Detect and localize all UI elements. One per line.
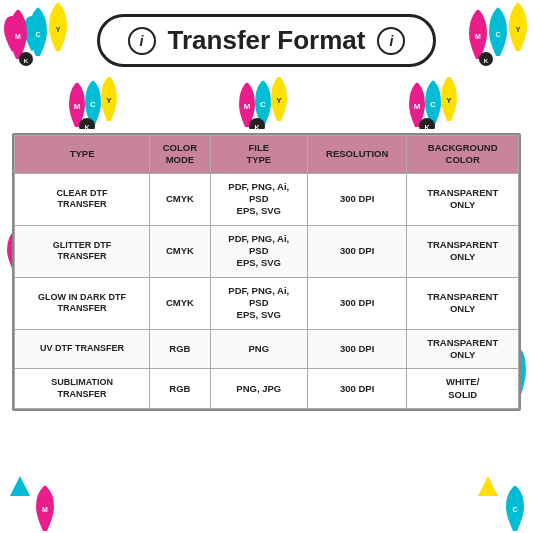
table-row: GLITTER DTFTRANSFER CMYK PDF, PNG, Ai,PS…	[15, 225, 519, 277]
main-content: i Transfer Format i M C Y K M C Y K	[0, 0, 533, 533]
cell-color-mode-3: CMYK	[150, 277, 210, 329]
svg-text:M: M	[413, 102, 420, 111]
table-row: SUBLIMATIONTRANSFER RGB PNG, JPG 300 DPI…	[15, 369, 519, 409]
drops-right: M C Y K	[409, 77, 464, 129]
cell-file-type-2: PDF, PNG, Ai,PSDEPS, SVG	[210, 225, 307, 277]
cell-file-type-1: PDF, PNG, Ai,PSDEPS, SVG	[210, 173, 307, 225]
drops-left: M C Y K	[69, 77, 124, 129]
table-header-row: TYPE COLORMODE FILETYPE RESOLUTION BACKG…	[15, 136, 519, 174]
cell-color-mode-2: CMYK	[150, 225, 210, 277]
col-header-color-mode: COLORMODE	[150, 136, 210, 174]
svg-text:C: C	[430, 100, 436, 109]
cell-resolution-2: 300 DPI	[308, 225, 407, 277]
cell-bg-color-4: TRANSPARENTONLY	[407, 329, 519, 369]
title-box: i Transfer Format i	[97, 14, 437, 67]
data-table: TYPE COLORMODE FILETYPE RESOLUTION BACKG…	[14, 135, 519, 409]
cell-color-mode-4: RGB	[150, 329, 210, 369]
info-icon-left: i	[128, 27, 156, 55]
cell-type-3: GLOW IN DARK DTFTRANSFER	[15, 277, 150, 329]
info-icon-right: i	[377, 27, 405, 55]
cell-file-type-5: PNG, JPG	[210, 369, 307, 409]
decoration-drops-row: M C Y K M C Y K M C Y K	[12, 77, 521, 129]
cell-bg-color-3: TRANSPARENTONLY	[407, 277, 519, 329]
svg-text:Y: Y	[276, 96, 282, 105]
cell-bg-color-1: TRANSPARENTONLY	[407, 173, 519, 225]
svg-text:K: K	[424, 124, 429, 129]
cell-file-type-3: PDF, PNG, Ai,PSDEPS, SVG	[210, 277, 307, 329]
col-header-type: TYPE	[15, 136, 150, 174]
svg-text:Y: Y	[107, 96, 113, 105]
cell-file-type-4: PNG	[210, 329, 307, 369]
cell-resolution-1: 300 DPI	[308, 173, 407, 225]
table-row: UV DTF TRANSFER RGB PNG 300 DPI TRANSPAR…	[15, 329, 519, 369]
col-header-file-type: FILETYPE	[210, 136, 307, 174]
cell-type-2: GLITTER DTFTRANSFER	[15, 225, 150, 277]
cell-resolution-4: 300 DPI	[308, 329, 407, 369]
cell-bg-color-2: TRANSPARENTONLY	[407, 225, 519, 277]
svg-text:K: K	[85, 124, 90, 129]
cell-type-1: CLEAR DTFTRANSFER	[15, 173, 150, 225]
cell-resolution-3: 300 DPI	[308, 277, 407, 329]
cell-type-5: SUBLIMATIONTRANSFER	[15, 369, 150, 409]
drops-center: M C Y K	[239, 77, 294, 129]
table-row: GLOW IN DARK DTFTRANSFER CMYK PDF, PNG, …	[15, 277, 519, 329]
svg-text:C: C	[260, 100, 266, 109]
col-header-resolution: RESOLUTION	[308, 136, 407, 174]
cell-bg-color-5: WHITE/SOLID	[407, 369, 519, 409]
page-title: Transfer Format	[168, 25, 366, 56]
cell-color-mode-5: RGB	[150, 369, 210, 409]
svg-text:M: M	[74, 102, 81, 111]
col-header-background-color: BACKGROUNDCOLOR	[407, 136, 519, 174]
cell-type-4: UV DTF TRANSFER	[15, 329, 150, 369]
transfer-format-table: TYPE COLORMODE FILETYPE RESOLUTION BACKG…	[12, 133, 521, 411]
svg-text:C: C	[90, 100, 96, 109]
svg-text:Y: Y	[446, 96, 452, 105]
table-row: CLEAR DTFTRANSFER CMYK PDF, PNG, Ai,PSDE…	[15, 173, 519, 225]
svg-text:M: M	[244, 102, 251, 111]
cell-resolution-5: 300 DPI	[308, 369, 407, 409]
cell-color-mode-1: CMYK	[150, 173, 210, 225]
svg-text:K: K	[254, 124, 259, 129]
